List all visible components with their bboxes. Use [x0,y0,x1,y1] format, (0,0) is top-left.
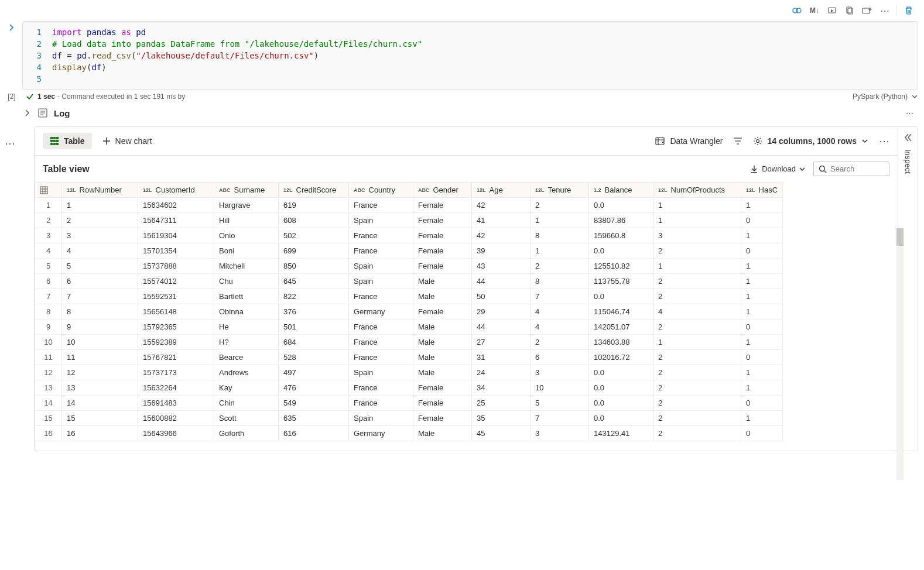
table-cell[interactable]: Female [413,259,472,274]
table-cell[interactable]: 3 [653,228,741,243]
table-cell[interactable]: 50 [472,289,531,304]
table-cell[interactable]: 24 [472,365,531,380]
table-row[interactable]: 3315619304Onio502FranceFemale428159660.8… [35,228,783,243]
table-cell[interactable]: 0.0 [589,198,653,213]
table-cell[interactable]: 0.0 [589,411,653,426]
table-cell[interactable]: 8 [62,304,138,320]
table-cell[interactable]: 1 [741,274,783,289]
run-cell-button[interactable] [824,2,840,19]
table-cell[interactable]: 7 [531,411,589,426]
table-cell[interactable]: 15656148 [138,304,214,320]
table-cell[interactable]: 619 [279,198,349,213]
expand-log-chevron[interactable] [23,109,32,117]
table-cell[interactable]: 15647311 [138,213,214,228]
table-cell[interactable]: France [349,380,413,396]
code-editor[interactable]: 1import pandas as pd 2# Load data into p… [22,21,918,90]
table-cell[interactable]: Obinna [214,304,279,320]
table-cell[interactable]: 4 [531,304,589,320]
horizontal-scrollbar[interactable] [35,441,898,451]
table-cell[interactable]: 34 [472,380,531,396]
row-index[interactable]: 7 [35,289,62,304]
table-cell[interactable]: Boni [214,243,279,259]
table-cell[interactable]: He [214,320,279,335]
table-cell[interactable]: 10 [531,380,589,396]
table-cell[interactable]: 2 [62,213,138,228]
table-cell[interactable]: 2 [653,380,741,396]
table-row[interactable]: 5515737888Mitchell850SpainFemale43212551… [35,259,783,274]
table-cell[interactable]: 15737888 [138,259,214,274]
table-row[interactable]: 6615574012Chu645SpainMale448113755.7821 [35,274,783,289]
table-cell[interactable]: 4 [62,243,138,259]
add-cell-button[interactable] [859,2,875,19]
table-cell[interactable]: Male [413,335,472,350]
table-cell[interactable]: 15701354 [138,243,214,259]
table-cell[interactable]: 645 [279,274,349,289]
table-cell[interactable]: 42 [472,198,531,213]
table-cell[interactable]: 0 [741,396,783,411]
row-index[interactable]: 16 [35,426,62,441]
table-cell[interactable]: Spain [349,259,413,274]
table-cell[interactable]: Male [413,289,472,304]
table-cell[interactable]: France [349,228,413,243]
expand-inspect-chevron[interactable] [904,133,913,142]
table-cell[interactable]: 1 [741,380,783,396]
table-cell[interactable]: 5 [531,396,589,411]
data-wrangler-button[interactable]: Data Wrangler [655,136,723,146]
table-cell[interactable]: 0 [741,213,783,228]
table-cell[interactable]: 616 [279,426,349,441]
table-cell[interactable]: 10 [62,335,138,350]
kernel-selector[interactable]: PySpark (Python) [853,92,918,101]
table-cell[interactable]: 699 [279,243,349,259]
table-cell[interactable]: 15737173 [138,365,214,380]
table-cell[interactable]: 41 [472,213,531,228]
table-cell[interactable]: 1 [741,304,783,320]
row-index[interactable]: 9 [35,320,62,335]
table-cell[interactable]: 6 [531,350,589,365]
table-cell[interactable]: Female [413,198,472,213]
column-header[interactable]: 12LHasC [741,183,783,198]
table-cell[interactable]: 15592531 [138,289,214,304]
table-cell[interactable]: 2 [531,335,589,350]
table-cell[interactable]: Onio [214,228,279,243]
table-cell[interactable]: 42 [472,228,531,243]
row-index[interactable]: 13 [35,380,62,396]
table-row[interactable]: 161615643966Goforth616GermanyMale4531431… [35,426,783,441]
table-row[interactable]: 7715592531Bartlett822FranceMale5070.021 [35,289,783,304]
column-header[interactable]: 12LNumOfProducts [653,183,741,198]
table-cell[interactable]: 2 [653,350,741,365]
table-cell[interactable]: France [349,243,413,259]
table-cell[interactable]: 0.0 [589,289,653,304]
table-row[interactable]: 121215737173Andrews497SpainMale2430.021 [35,365,783,380]
column-header[interactable]: ABCSurname [214,183,279,198]
table-cell[interactable]: 14 [62,396,138,411]
table-cell[interactable]: Andrews [214,365,279,380]
row-index[interactable]: 3 [35,228,62,243]
table-cell[interactable]: 35 [472,411,531,426]
table-cell[interactable]: Spain [349,365,413,380]
table-cell[interactable]: France [349,350,413,365]
table-cell[interactable]: 1 [653,213,741,228]
table-cell[interactable]: 43 [472,259,531,274]
table-row[interactable]: 4415701354Boni699FranceFemale3910.020 [35,243,783,259]
table-cell[interactable]: 549 [279,396,349,411]
table-cell[interactable]: 25 [472,396,531,411]
table-cell[interactable]: 1 [531,213,589,228]
cell-drag-handle[interactable]: ⋯ [5,137,15,150]
more-button[interactable]: ⋯ [877,2,893,19]
table-cell[interactable]: 15643966 [138,426,214,441]
table-cell[interactable]: Kay [214,380,279,396]
table-cell[interactable]: 476 [279,380,349,396]
table-cell[interactable]: 1 [653,259,741,274]
table-cell[interactable]: Bearce [214,350,279,365]
table-cell[interactable]: 2 [653,320,741,335]
table-cell[interactable]: 1 [741,411,783,426]
log-more-button[interactable]: ⋯ [906,109,918,118]
table-cell[interactable]: 44 [472,320,531,335]
table-cell[interactable]: 502 [279,228,349,243]
column-header[interactable]: 12LRowNumber [62,183,138,198]
vertical-scrollbar[interactable] [896,228,904,454]
table-cell[interactable]: 15 [62,411,138,426]
row-index[interactable]: 11 [35,350,62,365]
table-cell[interactable]: Hargrave [214,198,279,213]
table-cell[interactable]: 1 [653,335,741,350]
